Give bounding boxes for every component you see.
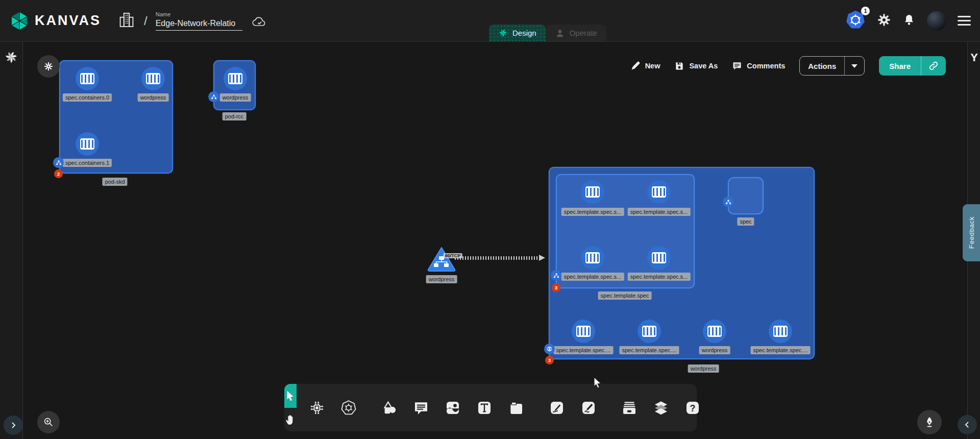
relationship-badge[interactable] (208, 91, 219, 102)
kanvas-app: KANVAS / Name (0, 0, 980, 439)
logo-text: KANVAS (35, 13, 101, 29)
frame-tool-button[interactable] (505, 397, 527, 419)
actions-dropdown-button[interactable] (844, 57, 864, 75)
node-label: spec.template.spec.... (554, 346, 614, 354)
group-label: spec.template.spec (598, 291, 652, 300)
svg-text:?: ? (690, 403, 696, 413)
annotation-tools-group (369, 384, 536, 431)
container-icon (585, 186, 600, 198)
tab-design-label: Design (512, 29, 536, 37)
link-icon (928, 61, 939, 71)
copy-link-button[interactable] (921, 56, 946, 76)
image-tool-button[interactable] (442, 397, 463, 419)
drawer-tool-button[interactable] (619, 397, 640, 419)
designs-panel-spiral-icon[interactable] (4, 50, 18, 66)
canvas-settings-button[interactable] (37, 55, 60, 78)
settings-gear-icon[interactable] (877, 13, 891, 29)
pencil-tool-button[interactable] (578, 397, 599, 419)
container-node[interactable] (703, 320, 726, 343)
container-node[interactable] (224, 67, 247, 90)
text-tool-button[interactable] (474, 397, 495, 419)
hamburger-menu-icon[interactable] (958, 16, 971, 26)
container-node[interactable] (581, 246, 604, 270)
drawer-icon (621, 400, 638, 416)
container-node[interactable] (638, 320, 661, 343)
share-button-label: Share (889, 62, 911, 70)
new-button[interactable]: New (630, 61, 660, 71)
kubernetes-context-button[interactable]: 1 (845, 10, 866, 32)
feedback-label: Feedback (968, 216, 975, 249)
magnifier-plus-icon (43, 417, 54, 428)
whiteboard-pen-button[interactable] (917, 410, 942, 434)
drawing-tools-group (536, 384, 609, 431)
relationship-badge[interactable] (544, 344, 555, 354)
error-count-badge[interactable]: 3 (552, 283, 560, 292)
edge-tool-button[interactable] (546, 397, 568, 419)
layers-tool-button[interactable] (650, 397, 672, 419)
zoom-button[interactable] (37, 411, 60, 433)
y-panel-icon[interactable]: Y (968, 51, 980, 64)
feedback-tab[interactable]: Feedback (963, 204, 980, 261)
comment-tool-button[interactable] (410, 397, 432, 419)
utility-tools-group: ? (609, 384, 713, 431)
container-node[interactable] (581, 180, 604, 204)
edge-port-label: 80/TCP (444, 253, 462, 258)
actions-button[interactable]: Actions (800, 57, 844, 75)
design-canvas[interactable]: New Save As Comments (23, 42, 967, 439)
node-label: wordpress (220, 93, 251, 102)
wordpress-deployment-group[interactable]: spec.template.spec.s... spec.template.sp… (549, 167, 815, 359)
pan-tool-button[interactable] (284, 408, 297, 432)
service-edge[interactable] (455, 256, 539, 260)
design-name-block: Name (156, 11, 242, 31)
save-as-button[interactable]: Save As (674, 61, 718, 71)
error-count-badge[interactable]: 2 (54, 169, 63, 178)
spec-node[interactable] (728, 177, 764, 214)
tab-design[interactable]: Design (489, 25, 546, 41)
container-node[interactable] (76, 132, 99, 156)
topbar-right-cluster: 1 (845, 10, 971, 32)
pod-skd-group[interactable]: spec.containers.0 wordpress spec.contain… (59, 60, 173, 174)
components-tool-button[interactable] (306, 397, 328, 419)
node-label: wordpress (699, 346, 730, 354)
container-node[interactable] (769, 320, 792, 343)
relationship-badge[interactable] (723, 197, 733, 207)
service-node[interactable] (427, 246, 456, 272)
mouse-cursor (592, 376, 603, 388)
container-node[interactable] (76, 67, 99, 90)
select-tool-button[interactable] (284, 384, 297, 408)
share-button[interactable]: Share (879, 56, 921, 76)
sitemap-icon (211, 94, 217, 100)
spec-template-spec-group[interactable]: spec.template.spec.s... spec.template.sp… (556, 174, 695, 288)
pod-rcc-group[interactable]: wordpress (213, 60, 256, 110)
container-node[interactable] (647, 180, 671, 204)
image-icon (445, 400, 461, 416)
group-label: wordpress (688, 364, 719, 373)
kanvas-logo[interactable]: KANVAS (9, 11, 101, 31)
node-label: wordpress (426, 275, 457, 283)
container-node[interactable] (647, 246, 671, 270)
snowflake-gear-icon (43, 61, 54, 72)
component-tools-group (297, 384, 369, 431)
container-icon (652, 186, 666, 198)
tab-operate-label: Operate (570, 29, 597, 37)
tab-operate[interactable]: Operate (546, 25, 606, 41)
save-as-button-label: Save As (689, 62, 718, 70)
notifications-bell-icon[interactable] (902, 13, 916, 29)
container-icon (228, 73, 242, 84)
node-label: spec.template.spec.s... (561, 273, 624, 281)
relationship-badge[interactable] (551, 270, 561, 281)
expand-left-panel-button[interactable] (4, 416, 23, 435)
bottom-toolbar: ? (284, 384, 697, 431)
comments-button[interactable]: Comments (732, 61, 785, 71)
container-node[interactable] (141, 67, 165, 90)
expand-right-panel-button[interactable] (958, 415, 977, 434)
shapes-tool-button[interactable] (379, 397, 400, 419)
help-tool-button[interactable]: ? (682, 397, 703, 419)
user-avatar[interactable] (927, 11, 946, 31)
relationship-badge[interactable] (53, 157, 64, 168)
error-count-badge[interactable]: 3 (545, 356, 554, 364)
design-name-input[interactable] (156, 18, 242, 31)
organization-icon[interactable] (118, 11, 135, 31)
kubernetes-tool-button[interactable] (338, 397, 359, 419)
container-node[interactable] (572, 320, 595, 343)
